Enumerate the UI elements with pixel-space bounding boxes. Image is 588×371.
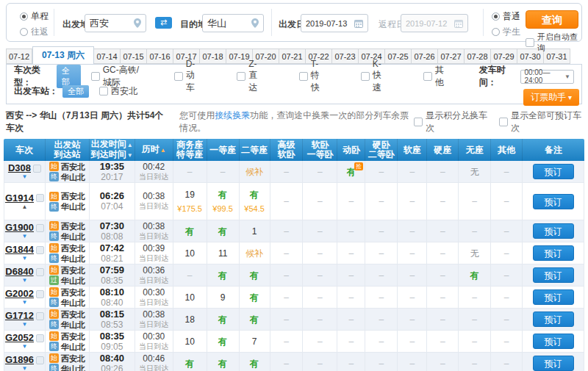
duration: 00:38: [143, 309, 165, 320]
radio-selected-icon[interactable]: [492, 12, 500, 21]
from-city-input[interactable]: 西安: [85, 14, 146, 32]
train-info-icon[interactable]: [36, 194, 44, 202]
book-button[interactable]: 预订: [533, 194, 574, 209]
book-button[interactable]: 预订: [533, 356, 574, 371]
date-tab-07-12[interactable]: 07-12: [6, 48, 32, 64]
trip-round-radio[interactable]: 往返: [20, 26, 49, 38]
sort-asc-icon[interactable]: ▲: [160, 147, 166, 154]
seat-availability: –: [284, 359, 289, 369]
train-number-link[interactable]: G1712: [5, 311, 34, 321]
transfer-link[interactable]: 接续换乘: [215, 110, 250, 120]
station-end-tag-icon: 终: [49, 202, 59, 212]
train-number-link[interactable]: G1844: [5, 245, 34, 255]
sort-asc-icon[interactable]: ▲: [127, 142, 133, 148]
seat-availability: 无: [470, 248, 479, 259]
auto-query-checkbox[interactable]: 开启自动查询: [526, 32, 581, 54]
train-info-icon[interactable]: [36, 356, 44, 364]
seat-availability: –: [187, 270, 193, 281]
expand-row-icon[interactable]: ▼: [22, 278, 28, 284]
seat-cell-business: 10: [173, 242, 207, 264]
train-type-option[interactable]: T-特快: [299, 59, 327, 94]
depart-time: 06:26: [100, 191, 124, 201]
radio-icon[interactable]: [20, 28, 28, 36]
depart-date-input[interactable]: 2019-07-13: [301, 14, 368, 32]
train-number-link[interactable]: D308: [8, 163, 31, 173]
expand-row-icon[interactable]: ▼: [22, 234, 28, 239]
book-button[interactable]: 预订: [533, 164, 574, 179]
train-info-icon[interactable]: [33, 165, 41, 173]
train-number-link[interactable]: G1900: [5, 223, 34, 233]
show-points-trains-checkbox[interactable]: 显示积分兑换车次: [414, 109, 489, 134]
train-number-link[interactable]: G2052: [5, 333, 34, 343]
train-number-link[interactable]: G2002: [5, 289, 34, 299]
column-header-2[interactable]: 出发时间▲到达时间▼: [90, 139, 135, 161]
to-city-input[interactable]: 华山: [202, 14, 264, 32]
seat-cell-hard-sleeper: –: [365, 220, 398, 242]
train-number-link[interactable]: G1896: [5, 355, 34, 365]
seat-cell-soft-seat: –: [398, 220, 427, 242]
calendar-icon[interactable]: [354, 19, 363, 28]
expand-row-icon[interactable]: ▼: [22, 344, 28, 350]
expand-row-icon[interactable]: ▼: [22, 322, 28, 328]
train-info-icon[interactable]: [36, 224, 44, 232]
expand-row-icon[interactable]: ▼: [22, 174, 28, 180]
book-button[interactable]: 预订: [533, 267, 574, 283]
duration: 00:38: [143, 221, 165, 231]
return-date-input[interactable]: 2019-07-12: [401, 14, 468, 32]
checkbox-icon[interactable]: [99, 87, 108, 96]
book-button[interactable]: 预订: [533, 311, 574, 327]
expand-row-icon[interactable]: ▼: [22, 256, 28, 262]
book-button[interactable]: 预订: [533, 245, 574, 261]
train-info-icon[interactable]: [36, 290, 44, 298]
train-info-icon[interactable]: [36, 334, 44, 342]
seat-cell-soft-seat: –: [398, 242, 427, 264]
arrive-note: 当日到达: [139, 320, 168, 330]
arrive-time: 08:53: [101, 320, 123, 330]
radio-selected-icon[interactable]: [20, 12, 28, 21]
train-info-icon[interactable]: [36, 246, 44, 254]
seat-availability: –: [318, 336, 323, 347]
passenger-student-radio[interactable]: 学生: [492, 26, 520, 38]
book-button[interactable]: 预订: [533, 223, 574, 239]
expand-row-icon[interactable]: ▼: [22, 366, 28, 371]
checkbox-icon[interactable]: [237, 72, 245, 81]
rush-ticket-badge: 抢: [354, 162, 363, 170]
train-info-icon[interactable]: [36, 312, 44, 320]
depart-time-select[interactable]: 00:00—24:00 ▼: [520, 70, 574, 84]
depart-station-option[interactable]: 西安北: [99, 85, 137, 98]
column-header-3[interactable]: 历时▲: [135, 139, 173, 161]
trip-one-way-radio[interactable]: 单程: [20, 10, 49, 23]
swap-cities-button[interactable]: ⇄: [155, 17, 172, 29]
checkbox-icon[interactable]: [361, 72, 370, 81]
checkbox-icon[interactable]: [423, 72, 432, 81]
checkbox-icon[interactable]: [526, 38, 534, 47]
train-number-link[interactable]: G1914: [5, 193, 34, 203]
collapse-row-icon[interactable]: ▲: [22, 204, 28, 210]
date-tab-07-29[interactable]: 07-29: [491, 48, 517, 64]
book-button[interactable]: 预订: [533, 334, 574, 349]
sort-desc-icon[interactable]: ▼: [127, 152, 133, 159]
train-type-option[interactable]: K-快速: [361, 59, 390, 94]
book-button[interactable]: 预订: [533, 289, 574, 305]
seat-cell-premium-soft-sleeper: –: [270, 331, 304, 352]
checkbox-icon[interactable]: [299, 72, 308, 81]
query-button[interactable]: 查询: [526, 10, 578, 29]
train-info-icon[interactable]: [36, 268, 44, 276]
show-points-trains-label: 显示积分兑换车次: [426, 109, 489, 134]
checkbox-icon[interactable]: [414, 118, 423, 126]
checkbox-icon[interactable]: [91, 72, 100, 81]
depart-station-all-chip[interactable]: 全部: [62, 85, 89, 98]
checkbox-icon[interactable]: [174, 72, 183, 81]
show-all-bookable-checkbox[interactable]: 显示全部可预订车次: [499, 109, 582, 134]
date-tab-07-13[interactable]: 07-13 周六: [32, 46, 94, 64]
booking-assistant-button[interactable]: 订票助手: [523, 89, 579, 106]
train-type-option[interactable]: Z-直达: [237, 59, 265, 94]
train-type-option[interactable]: 其他: [423, 64, 445, 89]
train-type-option[interactable]: D-动车: [174, 59, 203, 94]
passenger-normal-radio[interactable]: 普通: [492, 10, 520, 23]
seat-cell-business: 19¥175.5: [173, 183, 207, 220]
checkbox-icon[interactable]: [499, 118, 508, 126]
train-number-link[interactable]: D6840: [5, 267, 33, 277]
radio-icon[interactable]: [492, 28, 500, 36]
expand-row-icon[interactable]: ▼: [22, 300, 28, 306]
